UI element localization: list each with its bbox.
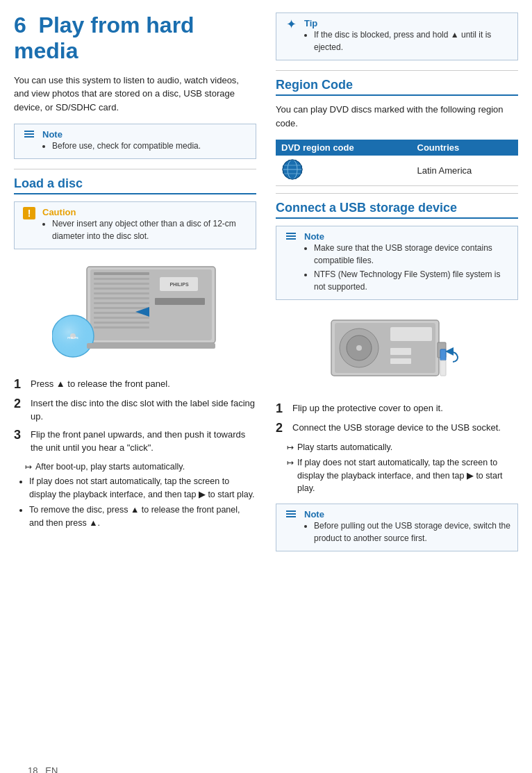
usb-arrow-icon-1: ↦: [287, 441, 294, 454]
usb-note-box: Note Make sure that the USB storage devi…: [276, 226, 518, 300]
usb-step-1-text: Flip up the protective cover to open it.: [292, 401, 518, 417]
usb-note-text-area: Note Make sure that the USB storage devi…: [304, 231, 510, 294]
dot-bullet-2: To remove the disc, press ▲ to release t…: [29, 504, 256, 530]
svg-rect-39: [440, 360, 446, 376]
svg-rect-14: [155, 298, 205, 305]
arrow-icon-1: ↦: [25, 460, 32, 474]
tip-box: ✦ Tip If the disc is blocked, press and …: [276, 13, 518, 60]
usb-note-after-box: Note Before pulling out the USB storage …: [276, 504, 518, 551]
tip-text-area: Tip If the disc is blocked, press and ho…: [304, 18, 510, 55]
svg-rect-34: [390, 327, 432, 341]
left-column: 6 Play from hard media You can use this …: [14, 13, 256, 561]
load-disc-arrow-bullets: ↦ After boot-up, play starts automatical…: [14, 460, 256, 474]
usb-note-after-content: Before pulling out the USB storage devic…: [304, 520, 510, 545]
usb-arrow-icon-2: ↦: [287, 456, 294, 495]
caution-icon: !: [22, 207, 37, 219]
page-footer: 18 EN: [28, 765, 58, 773]
usb-note-after-label: Note: [304, 509, 510, 520]
step-3: 3 Flip the front panel upwards, and then…: [14, 428, 256, 455]
page-number: 18: [28, 765, 38, 773]
arrow-bullet-1: ↦ After boot-up, play starts automatical…: [25, 460, 256, 474]
disc-device-illustration: PHILIPS PHILIPS: [52, 260, 219, 367]
svg-rect-6: [94, 292, 149, 294]
step-3-num: 3: [14, 428, 26, 455]
svg-rect-8: [94, 302, 149, 304]
svg-rect-3: [94, 278, 149, 280]
step-1-text: Press ▲ to release the front panel.: [31, 377, 256, 392]
divider-2: [276, 70, 518, 71]
caution-text-area: Caution Never insert any object other th…: [42, 207, 249, 244]
caution-exclamation-icon: !: [23, 207, 35, 219]
svg-rect-22: [87, 343, 215, 349]
tip-item-1: If the disc is blocked, press and hold ▲…: [314, 28, 510, 53]
region-code-table: DVD region code Countries: [276, 140, 518, 186]
language-code: EN: [45, 765, 58, 773]
tip-content: If the disc is blocked, press and hold ▲…: [304, 28, 510, 53]
region-table-col2: Countries: [412, 140, 518, 156]
page-layout: 6 Play from hard media You can use this …: [14, 13, 518, 561]
usb-step-1: 1 Flip up the protective cover to open i…: [276, 401, 518, 417]
step-1: 1 Press ▲ to release the front panel.: [14, 377, 256, 392]
usb-note-after-item-1: Before pulling out the USB storage devic…: [314, 520, 510, 545]
step-2-num: 2: [14, 397, 26, 424]
region-code-heading: Region Code: [276, 78, 518, 96]
globe-icon: [281, 158, 304, 181]
usb-note-label: Note: [304, 231, 510, 242]
svg-text:PHILIPS: PHILIPS: [67, 336, 78, 340]
usb-arrow-bullet-1: ↦ Play starts automatically.: [287, 441, 518, 454]
intro-text: You can use this system to listen to aud…: [14, 74, 256, 115]
usb-step-2: 2 Connect the USB storage device to the …: [276, 421, 518, 436]
note-lines-icon: [24, 131, 34, 138]
usb-step-1-num: 1: [276, 401, 288, 417]
caution-box: ! Caution Never insert any object other …: [14, 201, 256, 249]
usb-note-icon: [283, 231, 299, 240]
svg-rect-9: [94, 307, 149, 309]
arrow-bullet-1-text: After boot-up, play starts automatically…: [35, 460, 185, 474]
tip-icon: ✦: [283, 18, 299, 31]
load-disc-heading: Load a disc: [14, 176, 256, 194]
usb-note-item-2: NTFS (New Technology File System) file s…: [314, 268, 510, 293]
disc-image-area: PHILIPS PHILIPS: [14, 258, 256, 369]
load-disc-steps: 1 Press ▲ to release the front panel. 2 …: [14, 377, 256, 455]
usb-arrow-bullet-2-text: If play does not start automatically, ta…: [297, 456, 518, 495]
step-1-num: 1: [14, 377, 26, 392]
svg-rect-12: [94, 322, 149, 324]
usb-image-area: [276, 310, 518, 393]
region-country-cell: Latin America: [412, 156, 518, 186]
usb-note-after-icon: [283, 509, 299, 517]
usb-step-2-num: 2: [276, 421, 288, 436]
usb-arrow-bullet-1-text: Play starts automatically.: [297, 441, 392, 454]
usb-device-illustration: [328, 313, 467, 390]
note-icon: [22, 129, 37, 138]
svg-text:PHILIPS: PHILIPS: [169, 282, 189, 287]
load-disc-dot-bullets: If play does not start automatically, ta…: [14, 475, 256, 529]
chapter-number: 6: [14, 13, 26, 38]
svg-rect-38: [440, 349, 446, 360]
divider-3: [276, 193, 518, 194]
caution-item: Never insert any object other than a dis…: [52, 217, 249, 242]
usb-heading: Connect a USB storage device: [276, 201, 518, 219]
region-table-row-1: Latin America: [276, 156, 518, 186]
usb-note-after-lines-icon: [286, 510, 296, 517]
svg-rect-4: [94, 283, 149, 285]
region-code-intro: You can play DVD discs marked with the f…: [276, 103, 518, 130]
dot-bullet-1: If play does not start automatically, ta…: [29, 475, 256, 501]
usb-note-lines-icon: [286, 233, 296, 240]
usb-step-2-text: Connect the USB storage device to the US…: [292, 421, 518, 436]
divider-1: [14, 169, 256, 169]
note-box-before-use: Note Before use, check for compatible me…: [14, 124, 256, 159]
caution-content: Never insert any object other than a dis…: [42, 217, 249, 242]
step-2-text: Insert the disc into the disc slot with …: [31, 397, 256, 424]
chapter-title-text: Play from hard media: [14, 13, 194, 63]
step-2: 2 Insert the disc into the disc slot wit…: [14, 397, 256, 424]
usb-steps: 1 Flip up the protective cover to open i…: [276, 401, 518, 435]
svg-rect-13: [94, 326, 149, 329]
usb-arrow-bullets: ↦ Play starts automatically. ↦ If play d…: [276, 441, 518, 495]
right-column: ✦ Tip If the disc is blocked, press and …: [276, 13, 518, 561]
chapter-title: 6 Play from hard media: [14, 13, 256, 64]
note-item: Before use, check for compatible media.: [52, 140, 201, 152]
svg-rect-5: [94, 288, 149, 290]
svg-point-33: [356, 345, 362, 351]
caution-label: Caution: [42, 207, 249, 217]
step-3-text: Flip the front panel upwards, and then p…: [31, 428, 256, 455]
